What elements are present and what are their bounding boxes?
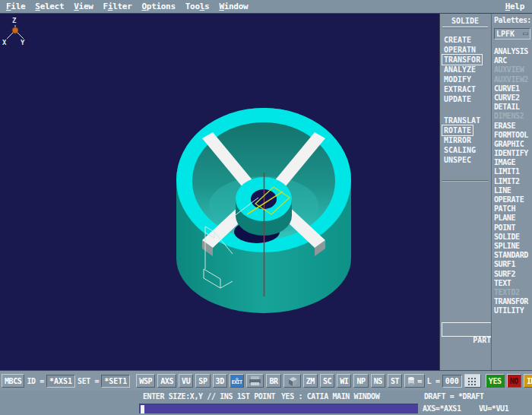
transfor-item-rotate[interactable]: ROTATE [442,125,473,135]
axs-indicator: AXS=*AXS1 [423,404,461,413]
toolbar-button-np[interactable]: NP [353,374,368,388]
palette-limit1[interactable]: LIMIT1 [494,167,532,176]
viewport-canvas[interactable]: Z X Y [0,14,439,370]
transfor-item-mirror[interactable]: MIRROR [444,135,490,145]
menu-filter[interactable]: Filter [103,2,132,11]
palette-analysis[interactable]: ANALYSIS [494,47,532,56]
menu-tools[interactable]: Tools [185,2,210,11]
axis-triad: Z X Y [2,17,25,46]
palette-utility[interactable]: UTILITY [494,306,532,315]
toolbar-button-wi[interactable]: WI [337,374,351,388]
solide-item-transfor[interactable]: TRANSFOR [442,55,482,65]
palette-image[interactable]: IMAGE [494,158,532,167]
palette-text[interactable]: TEXT [494,279,532,288]
palette-line[interactable]: LINE [494,186,532,195]
menu-select[interactable]: Select [35,2,64,11]
yes-button[interactable]: YES [486,374,505,388]
layer-field[interactable]: 000 [442,375,462,388]
shaded-box-button[interactable] [283,374,301,388]
palette-limit2[interactable]: LIMIT2 [494,177,532,186]
menu-window[interactable]: Window [219,2,248,11]
toolbar-button-3d[interactable]: 3D [213,374,227,388]
menu-file[interactable]: File [6,2,25,11]
id-field[interactable]: *AXS1 [46,375,75,388]
toolbar-button-wsp[interactable]: WSP [136,374,155,388]
palette-plane[interactable]: PLANE [494,214,532,223]
transfor-item-translat[interactable]: TRANSLAT [444,116,490,125]
exit-button[interactable]: ◇ EXIT [230,374,245,388]
palette-list: ANALYSISARCAUXVIEWAUXVIEW2CURVE1CURVE2DE… [494,47,532,315]
palette-transfor[interactable]: TRANSFOR [494,297,532,306]
solide-items: CREATEOPERATNTRANSFORANALYZEMODIFYEXTRAC… [440,35,490,104]
palette-point[interactable]: POINT [494,223,532,233]
command-input-field[interactable] [139,404,418,413]
solide-item-update[interactable]: UPDATE [444,94,490,104]
palette-curve2[interactable]: CURVE2 [494,93,532,103]
vu-indicator: VU=*VU1 [479,404,508,413]
axis-x-label: X [2,39,7,46]
solide-item-modify[interactable]: MODIFY [444,74,490,84]
menu-view[interactable]: View [74,2,93,11]
toolbar-button-st[interactable]: ST [388,374,402,388]
palette-surf1[interactable]: SURF1 [494,260,532,269]
palette-selector-value: LPFK [496,29,515,39]
solide-item-create[interactable]: CREATE [444,35,490,45]
int-button[interactable]: INT [524,374,532,388]
mbcs-button[interactable]: MBCS [2,374,24,388]
keypad-button[interactable] [464,374,481,388]
toolbar-button-sc[interactable]: SC [320,374,334,388]
palettes-title: Palettes: [494,16,532,24]
solide-item-extract[interactable]: EXTRACT [444,84,490,94]
palette-auxview: AUXVIEW [494,65,532,74]
numpad-grid-icon [467,377,478,385]
palette-standard[interactable]: STANDARD [494,251,532,260]
set-label: SET = [78,377,99,385]
palette-formtool[interactable]: FORMTOOL [494,131,532,140]
palette-auxview2: AUXVIEW2 [494,75,532,84]
menu-options[interactable]: Options [142,2,176,11]
palette-detail[interactable]: DETAIL [494,103,532,112]
toolbar-button-vu[interactable]: VU [179,374,193,388]
set-field[interactable]: *SET1 [101,375,130,388]
dropdown-dash-icon [523,33,528,35]
command-bar: AXS=*AXS1 VU=*VU1 [0,403,532,415]
palette-identify[interactable]: IDENTIFY [494,149,532,158]
toolbar-button-zm[interactable]: ZM [303,374,318,388]
menu-items: FileSelectViewFilterOptionsToolsWindow [6,2,248,11]
origin-icon [12,27,18,33]
catia-main-window: FileSelectViewFilterOptionsToolsWindow H… [0,0,532,415]
printer-icon [249,376,261,385]
view-buttons: ZMSCWINPNSST [303,374,403,388]
l-label: L = [427,377,440,385]
id-label: ID = [27,377,43,385]
palette-solide[interactable]: SOLIDE [494,233,532,242]
palette-erase[interactable]: ERASE [494,122,532,131]
palette-selector-dropdown[interactable]: LPFK [494,28,530,40]
br-button[interactable]: BR [266,374,280,388]
toolbar-button-ns[interactable]: NS [371,374,385,388]
draft-indicator: DRAFT = *DRAFT [424,392,484,401]
solide-item-operatn[interactable]: OPERATN [444,45,490,55]
palette-spline[interactable]: SPLINE [494,242,532,251]
palette-operate[interactable]: OPERATE [494,195,532,204]
palette-surf2[interactable]: SURF2 [494,270,532,279]
no-button[interactable]: NO [507,374,521,388]
transfor-item-scaling[interactable]: SCALING [444,145,490,155]
equals-label: = [417,377,422,385]
solide-item-analyze[interactable]: ANALYZE [444,65,490,74]
prompt-message: ENTER SIZE:X,Y // INS 1ST POINT [143,392,275,401]
palette-patch[interactable]: PATCH [494,204,532,214]
transfor-item-unspec[interactable]: UNSPEC [444,155,490,165]
palette-graphic[interactable]: GRAPHIC [494,140,532,149]
palette-arc[interactable]: ARC [494,56,532,65]
menu-help[interactable]: Help [505,2,524,11]
function-panel: SOLIDE CREATEOPERATNTRANSFORANALYZEMODIF… [439,14,490,370]
palette-curve1[interactable]: CURVE1 [494,84,532,93]
toolbar-button-sp[interactable]: SP [195,374,210,388]
mode-buttons: WSPAXSVUSP3D [136,374,227,388]
cylinder-filter-button[interactable]: = [404,374,425,388]
printer-button[interactable] [246,374,264,388]
model-scene: Z X Y [0,14,439,370]
toolbar-button-axs[interactable]: AXS [157,374,176,388]
window-indicator: YES : CATIA MAIN WINDOW [281,392,379,401]
